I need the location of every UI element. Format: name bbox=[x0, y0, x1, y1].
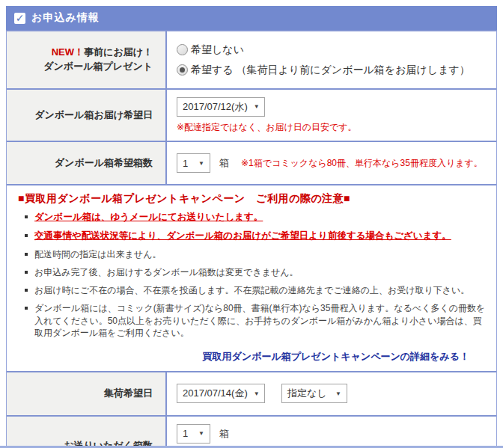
select-arrow-icon: ▼ bbox=[335, 390, 341, 397]
row-send-count: お送りいただく箱数 1 ▼ 箱 ダンボール箱の合計が21箱以上の方はサイトからの… bbox=[7, 417, 496, 448]
send-count-label: お送りいただく箱数 bbox=[7, 417, 167, 448]
campaign-detail-link[interactable]: 買取用ダンボール箱プレゼントキャンペーンの詳細をみる！ bbox=[203, 351, 469, 362]
notice-item-red: ダンボール箱は、ゆうメールにてお送りいたします。 bbox=[18, 211, 489, 224]
radio-option-yes[interactable]: 希望する （集荷日より前にダンボール箱をお届けします） bbox=[177, 64, 496, 77]
radio-yes-label: 希望する （集荷日より前にダンボール箱をお届けします） bbox=[191, 64, 470, 77]
select-arrow-icon: ▼ bbox=[198, 430, 204, 437]
box-present-options: 希望しない 希望する （集荷日より前にダンボール箱をお届けします） bbox=[167, 31, 496, 88]
checkbox-checked-icon: ✓ bbox=[14, 13, 25, 24]
box-delivery-date-label: ダンボール箱お届け希望日 bbox=[7, 90, 167, 141]
bullet-icon bbox=[25, 215, 28, 218]
box-count-select[interactable]: 1 ▼ bbox=[177, 153, 210, 173]
new-badge: NEW！ bbox=[52, 46, 84, 58]
bullet-icon bbox=[25, 289, 28, 292]
row-pickup-date: 集荷希望日 2017/07/14(金) ▼ 指定なし ▼ bbox=[7, 372, 496, 417]
row-box-count: ダンボール箱希望箱数 1 ▼ 箱 ※1箱でコミックなら80冊、単行本なら35冊程… bbox=[7, 142, 496, 185]
select-arrow-icon: ▼ bbox=[254, 390, 260, 397]
section-title: お申込み情報 bbox=[31, 11, 100, 25]
pickup-time-select[interactable]: 指定なし ▼ bbox=[281, 384, 347, 403]
send-count-select[interactable]: 1 ▼ bbox=[177, 424, 210, 444]
campaign-notice: ■買取用ダンボール箱プレゼントキャンペーン ご利用の際の注意■ ダンボール箱は、… bbox=[7, 185, 496, 372]
radio-no-label: 希望しない bbox=[191, 43, 244, 57]
radio-unchecked-icon[interactable] bbox=[177, 44, 188, 55]
box-delivery-date-note: ※配達指定ではなく、お届け日の目安です。 bbox=[177, 120, 496, 134]
row-box-present: NEW！事前にお届け！ ダンボール箱プレゼント 希望しない 希望する （集荷日よ… bbox=[7, 31, 496, 90]
order-info-panel: ✓ お申込み情報 NEW！事前にお届け！ ダンボール箱プレゼント 希望しない 希… bbox=[0, 0, 503, 448]
select-arrow-icon: ▼ bbox=[198, 160, 204, 167]
box-count-label: ダンボール箱希望箱数 bbox=[7, 142, 167, 184]
radio-checked-icon[interactable] bbox=[177, 64, 188, 76]
notice-item: お申込み完了後、お届けするダンボール箱数は変更できません。 bbox=[18, 266, 489, 278]
box-count-note: ※1箱でコミックなら80冊、単行本なら35冊程度入ります。 bbox=[241, 156, 483, 170]
notice-item-red: 交通事情や配送状況等により、ダンボール箱のお届けがご希望日より前後する場合もござ… bbox=[18, 230, 489, 242]
notice-item: 配送時間の指定は出来ません。 bbox=[18, 248, 489, 260]
bullet-icon bbox=[25, 253, 28, 256]
box-delivery-date-select[interactable]: 2017/07/12(水) ▼ bbox=[177, 97, 265, 117]
pickup-date-select[interactable]: 2017/07/14(金) ▼ bbox=[177, 384, 265, 403]
box-unit-label: 箱 bbox=[219, 427, 229, 441]
notice-heading: ■買取用ダンボール箱プレゼントキャンペーン ご利用の際の注意■ bbox=[18, 192, 489, 206]
bullet-icon bbox=[25, 234, 28, 237]
box-unit-label: 箱 bbox=[219, 156, 229, 170]
section-header: ✓ お申込み情報 bbox=[6, 6, 497, 30]
select-arrow-icon: ▼ bbox=[254, 103, 260, 110]
notice-item: ダンボール箱には、コミック(新書サイズ)なら80冊、書籍(単行本)なら35冊程入… bbox=[18, 302, 489, 339]
bullet-icon bbox=[25, 307, 28, 310]
box-present-label: NEW！事前にお届け！ ダンボール箱プレゼント bbox=[7, 31, 167, 88]
order-form: NEW！事前にお届け！ ダンボール箱プレゼント 希望しない 希望する （集荷日よ… bbox=[6, 30, 497, 448]
radio-option-no[interactable]: 希望しない bbox=[177, 43, 496, 57]
row-box-delivery-date: ダンボール箱お届け希望日 2017/07/12(水) ▼ ※配達指定ではなく、お… bbox=[7, 90, 496, 142]
bullet-icon bbox=[25, 271, 28, 274]
notice-item: お届け時にご不在の場合、不在票を投函します。不在票記載の連絡先までご連絡の上、お… bbox=[18, 284, 489, 296]
pickup-date-label: 集荷希望日 bbox=[7, 372, 167, 415]
